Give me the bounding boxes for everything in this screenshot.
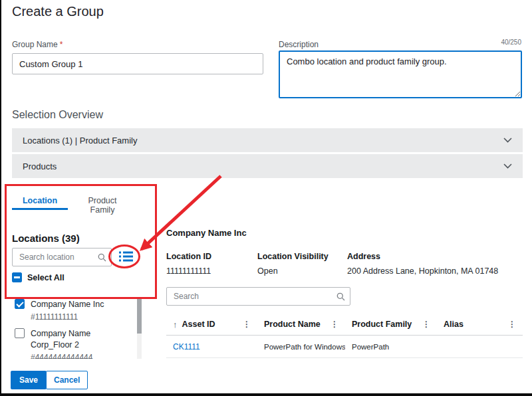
tab-product-family[interactable]: Product Family	[76, 196, 129, 215]
product-family-cell: PowerPath	[345, 343, 437, 351]
group-name-input[interactable]	[12, 53, 263, 74]
list-view-button[interactable]	[116, 250, 136, 264]
search-icon	[98, 253, 106, 262]
asset-table: ↑Asset ID ⋮ Product Name ⋮ Product Famil…	[166, 314, 523, 358]
asset-id-cell: CK1111	[166, 342, 257, 351]
create-group-screen: Create a Group Group Name* Description 4…	[0, 0, 532, 396]
active-tab-indicator	[12, 208, 68, 210]
scrollbar[interactable]	[137, 297, 142, 359]
scrollbar-thumb[interactable]	[137, 298, 142, 334]
search-icon	[336, 292, 345, 301]
detail-value-address: 200 Address Lane, Hopkinton, MA 01748	[347, 266, 498, 276]
required-asterisk: *	[60, 40, 63, 49]
chevron-down-icon	[503, 138, 512, 143]
location-id: #11111111111	[31, 312, 109, 322]
detail-label-location-id: Location ID	[166, 252, 211, 261]
detail-label-location-visibility: Location Visibility	[257, 252, 329, 261]
group-name-label-text: Group Name	[12, 40, 58, 49]
column-label: Product Name	[264, 320, 321, 329]
location-item[interactable]: Company Name Inc #11111111111	[12, 295, 137, 324]
table-row: CK1111 PowerPath for Windows PowerPath	[166, 336, 523, 358]
select-all-row[interactable]: Select All	[12, 272, 65, 282]
asset-search-box	[166, 287, 350, 306]
column-menu-icon[interactable]: ⋮	[241, 320, 252, 329]
select-all-checkbox[interactable]	[12, 272, 22, 282]
description-label: Description	[279, 40, 319, 49]
column-label: Alias	[444, 320, 464, 329]
column-label: Product Family	[352, 320, 412, 329]
detail-label-address: Address	[347, 252, 380, 261]
sort-ascending-icon: ↑	[173, 320, 178, 330]
column-header-product-family[interactable]: Product Family ⋮	[345, 314, 437, 335]
location-item[interactable]: Company Name Corp_Floor 2 #4444444444444	[12, 324, 137, 359]
location-checkbox-unchecked[interactable]	[15, 328, 25, 338]
table-header-row: ↑Asset ID ⋮ Product Name ⋮ Product Famil…	[166, 314, 523, 336]
selection-overview-title: Selection Overview	[12, 109, 103, 121]
description-textarea[interactable]: Combo location and product family group.	[279, 50, 522, 98]
group-name-label: Group Name*	[12, 40, 63, 49]
location-item-text: Company Name Inc #11111111111	[31, 299, 109, 322]
product-name-cell: PowerPath for Windows	[257, 343, 345, 351]
tab-location[interactable]: Location	[12, 196, 68, 205]
location-checkbox-checked[interactable]	[15, 299, 25, 309]
location-item-text: Company Name Corp_Floor 2 #4444444444444	[31, 328, 109, 359]
location-search-input[interactable]	[18, 252, 98, 262]
column-header-product-name[interactable]: Product Name ⋮	[257, 314, 345, 335]
save-button[interactable]: Save	[11, 371, 47, 389]
asset-id-link[interactable]: CK1111	[173, 342, 200, 351]
location-id: #4444444444444	[31, 353, 109, 359]
column-header-content: ↑Asset ID	[173, 320, 215, 330]
select-all-label: Select All	[27, 273, 65, 282]
list-icon	[119, 251, 133, 264]
column-header-asset-id[interactable]: ↑Asset ID ⋮	[166, 314, 257, 335]
column-menu-icon[interactable]: ⋮	[421, 320, 432, 329]
location-search-box	[12, 248, 112, 266]
column-menu-icon[interactable]: ⋮	[507, 320, 517, 329]
accordion-products[interactable]: Products	[12, 154, 523, 178]
page-title: Create a Group	[12, 4, 104, 19]
accordion-locations-product-family[interactable]: Locations (1) | Product Family	[12, 128, 523, 152]
cancel-button[interactable]: Cancel	[46, 371, 88, 389]
accordion-label: Products	[23, 161, 57, 171]
chevron-down-icon	[503, 163, 512, 169]
char-counter: 40/250	[480, 39, 521, 46]
company-name-heading: Company Name Inc	[166, 228, 247, 238]
location-name: Company Name Inc	[31, 299, 109, 310]
detail-value-location-visibility: Open	[257, 266, 278, 276]
location-name: Company Name Corp_Floor 2	[31, 328, 109, 351]
detail-value-location-id: 11111111111	[166, 266, 211, 276]
accordion-label: Locations (1) | Product Family	[23, 136, 137, 146]
asset-search-input[interactable]	[172, 291, 336, 302]
location-list: Company Name Inc #11111111111 Company Na…	[12, 295, 137, 359]
column-label: Asset ID	[182, 320, 215, 329]
column-menu-icon[interactable]: ⋮	[329, 320, 340, 329]
column-header-alias[interactable]: Alias ⋮	[437, 314, 523, 335]
locations-count-heading: Locations (39)	[12, 233, 80, 244]
